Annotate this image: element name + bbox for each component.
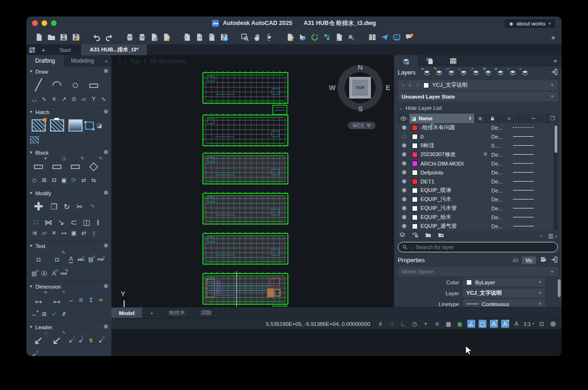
gear-icon[interactable]: [103, 149, 109, 156]
layer-color-swatch[interactable]: [412, 179, 418, 184]
new-layout-button[interactable]: +: [143, 307, 161, 318]
polyline-icon[interactable]: ∿: [39, 94, 49, 104]
share-icon[interactable]: [378, 32, 391, 43]
space-selector-dropdown[interactable]: Model Space ▼: [398, 267, 558, 276]
layer-match-icon[interactable]: ●: [421, 67, 433, 78]
layer-row[interactable]: EQUIP_通气管De...: [398, 222, 558, 231]
open-folder-icon[interactable]: [45, 32, 58, 43]
layer-color-swatch[interactable]: [412, 188, 418, 193]
tab-layers[interactable]: [394, 55, 418, 66]
array-icon[interactable]: ∷: [29, 216, 42, 228]
boundary-icon[interactable]: [84, 121, 94, 130]
section-header-text[interactable]: ▼Text: [29, 242, 109, 250]
current-layer-dropdown[interactable]: ● YCJ_文字说明 ▼: [398, 80, 558, 90]
edit-attributes-icon[interactable]: ◇✎: [84, 157, 103, 175]
layer-visibility-dot[interactable]: [398, 206, 410, 210]
open-folder-icon[interactable]: [425, 232, 432, 240]
layer-edit-icon[interactable]: ✎: [434, 67, 445, 78]
hide-layer-list-toggle[interactable]: ⌄ Hide Layer List: [394, 103, 562, 113]
object-snap-icon[interactable]: ▢: [479, 320, 487, 328]
layer-lineweight[interactable]: De...: [491, 215, 513, 220]
leader-lightning-icon[interactable]: ↯: [86, 336, 96, 345]
viewcube-north[interactable]: N: [358, 63, 363, 71]
layer-settings-icon[interactable]: [412, 232, 419, 240]
save-icon[interactable]: [58, 32, 70, 43]
import-icon[interactable]: [181, 32, 193, 43]
annotate-icon[interactable]: [284, 32, 296, 43]
block-sync-icon[interactable]: ⟳: [69, 175, 79, 185]
layer-linetype[interactable]: [513, 154, 544, 155]
filter-all-button[interactable]: All: [509, 257, 522, 264]
feedback-icon[interactable]: [403, 32, 415, 43]
purge-icon[interactable]: [333, 32, 345, 43]
layer-visibility-dot[interactable]: [398, 125, 410, 130]
column-name[interactable]: ◪ Name ⇕: [409, 114, 474, 123]
text-update-icon[interactable]: A⟳: [49, 269, 59, 278]
layer-linetype[interactable]: [513, 163, 544, 164]
quick-select-icon[interactable]: [296, 32, 309, 43]
layer-linetype[interactable]: [513, 172, 544, 173]
inspect-dim-icon[interactable]: ⊞: [39, 309, 49, 319]
customization-gear-icon[interactable]: [549, 320, 557, 328]
text-table-icon[interactable]: ▤A: [86, 255, 96, 264]
baseline-dim-icon[interactable]: ↥: [86, 295, 96, 305]
layer-lineweight[interactable]: De...: [491, 206, 513, 211]
pdf-tools-icon[interactable]: PDF✎: [59, 269, 69, 278]
layer-visibility-dot[interactable]: [398, 197, 410, 201]
layer-linetype[interactable]: [513, 190, 544, 191]
layer-visibility-dot[interactable]: [398, 188, 410, 192]
section-header-leader[interactable]: ▼Leader: [29, 323, 109, 331]
layer-search-input[interactable]: [415, 244, 535, 250]
isometric-drafting-icon[interactable]: ∠: [467, 320, 475, 328]
viewport-controls[interactable]: +| Top| 2D Wireframe: [118, 58, 186, 65]
column-plot-icon[interactable]: ❒: [547, 114, 558, 123]
circle-icon[interactable]: ○: [66, 75, 84, 94]
layer-visibility-dot[interactable]: [398, 170, 410, 174]
tool-tab-modeling[interactable]: Modeling: [64, 55, 101, 66]
toolbar-overflow-button[interactable]: »: [551, 33, 555, 41]
annotation-visibility-icon[interactable]: A✦: [490, 320, 498, 328]
color-dropdown[interactable]: ByLayer ▼: [463, 278, 545, 287]
layer-visibility-dot[interactable]: [398, 161, 410, 166]
section-header-hatch[interactable]: ▼Hatch: [29, 108, 109, 116]
linetype-dropdown[interactable]: Continuous ▼: [463, 299, 545, 307]
layer-color-swatch[interactable]: [412, 170, 418, 175]
attach-block-icon[interactable]: ⊞: [39, 175, 49, 185]
layer-color-swatch[interactable]: [412, 134, 418, 140]
layer-lineweight[interactable]: De...: [491, 224, 513, 229]
wcs-dropdown[interactable]: WCS: [348, 122, 376, 129]
lineweight-display-icon[interactable]: ≡: [433, 320, 441, 328]
block-replace-icon[interactable]: ⇄: [79, 175, 89, 185]
new-layer-icon[interactable]: [399, 232, 406, 240]
tool-tab-drafting[interactable]: Drafting: [26, 55, 64, 66]
ellipse-icon[interactable]: ⊙: [69, 94, 79, 104]
export-icon[interactable]: [193, 32, 206, 43]
layer-row[interactable]: 0De...: [398, 132, 558, 141]
section-header-modify[interactable]: ▼Modify: [29, 189, 109, 197]
columns-menu-icon[interactable]: ▥ ▾: [548, 232, 557, 239]
layer-unlock-icon[interactable]: ▪: [520, 67, 531, 78]
layer-vp-freeze[interactable]: [479, 151, 491, 158]
remove-leader-icon[interactable]: ↙✕: [96, 336, 106, 345]
hatch-background-icon[interactable]: ▦: [445, 320, 453, 328]
layer-color-swatch[interactable]: [412, 125, 418, 131]
section-header-block[interactable]: ▼Block: [29, 149, 109, 157]
layer-color-swatch[interactable]: [412, 224, 418, 229]
drawing-canvas[interactable]: +| Top| 2D Wireframe N W E S TOP WCS: [111, 55, 394, 307]
ordinate-dim-icon[interactable]: ≍: [96, 295, 106, 305]
pdf-text-icon[interactable]: PDFA: [96, 255, 106, 264]
layer-lineweight[interactable]: De...: [491, 134, 513, 140]
layer-lineweight[interactable]: De...: [491, 188, 513, 193]
create-block-icon[interactable]: ▭❏: [48, 157, 66, 175]
layer-previous-icon[interactable]: ↩: [446, 67, 457, 78]
copy-nested-icon[interactable]: ▣: [69, 228, 79, 238]
layer-linetype[interactable]: [513, 226, 544, 226]
page-setup-icon[interactable]: [160, 32, 173, 43]
layer-search-field[interactable]: ⌄: [398, 242, 558, 252]
layer-visibility-dot[interactable]: [398, 143, 410, 148]
collect-leader-icon[interactable]: ↙○: [29, 350, 39, 356]
copy-icon[interactable]: ❐: [48, 200, 60, 213]
collapse-minus-icon[interactable]: −: [539, 232, 542, 239]
tag-icon[interactable]: ◇: [29, 175, 39, 185]
attach-icon[interactable]: [206, 32, 218, 43]
